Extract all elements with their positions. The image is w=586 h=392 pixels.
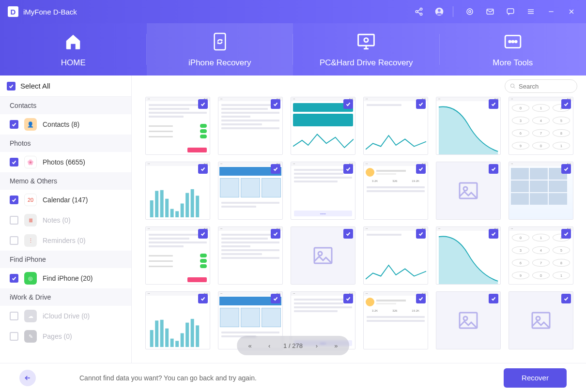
svg-point-0 [420,8,422,11]
next-page-button[interactable]: › [311,340,322,351]
tab-label: HOME [61,58,86,68]
photo-thumbnail[interactable]: •••◧◪━━━ [291,162,355,220]
last-page-button[interactable]: » [331,340,341,351]
thumbnail-checkbox[interactable] [416,229,426,239]
sidebar-item[interactable]: 👤Contacts (8) [0,114,131,135]
photo-thumbnail[interactable]: •••◧◪ [363,97,428,155]
thumbnail-checkbox[interactable] [561,164,571,174]
checkbox[interactable] [10,274,18,283]
category-icon: 👤 [24,118,37,131]
svg-point-55 [536,317,540,320]
prev-page-button[interactable]: ‹ [264,340,275,351]
title-bar: D iMyFone D-Back [0,0,586,23]
thumbnail-checkbox[interactable] [271,164,280,174]
photo-thumbnail[interactable]: •••◧◪3.2K32619.2K [363,162,428,220]
photo-thumbnail[interactable] [436,162,501,220]
first-page-button[interactable]: « [245,340,255,351]
mail-icon[interactable] [483,5,497,18]
checkbox[interactable] [10,196,18,204]
select-all-row[interactable]: Select All [0,75,131,97]
photo-thumbnail[interactable]: •••◧◪012345678901 [509,226,573,285]
thumbnail-checkbox[interactable] [198,294,208,303]
thumbnail-checkbox[interactable] [489,229,498,239]
feedback-icon[interactable] [504,5,517,18]
thumbnail-checkbox[interactable] [416,99,426,109]
svg-rect-33 [175,211,179,217]
checkbox[interactable] [10,332,18,341]
tab-more-tools[interactable]: More Tools [440,23,586,75]
select-all-checkbox[interactable] [7,82,15,90]
search-input[interactable] [519,83,572,90]
thumbnail-checkbox[interactable] [343,294,353,303]
checkbox[interactable] [10,216,18,225]
photo-thumbnail[interactable] [291,226,355,285]
photo-thumbnail[interactable]: •••◧◪ [145,162,210,220]
thumbnail-checkbox[interactable] [561,229,571,239]
minimize-icon[interactable] [544,5,558,18]
sidebar-group-header: iWork & Drive [0,288,131,306]
thumbnail-checkbox[interactable] [489,164,498,174]
settings-icon[interactable] [463,5,477,18]
search-box[interactable] [505,79,577,93]
svg-point-26 [511,84,514,87]
thumbnail-checkbox[interactable] [271,229,280,239]
thumbnail-checkbox[interactable] [343,229,353,239]
thumbnail-checkbox[interactable] [489,294,498,303]
thumbnail-checkbox[interactable] [343,99,353,109]
tab-home[interactable]: HOME [0,23,147,75]
sidebar-item[interactable]: ≣Notes (0) [0,210,131,230]
photo-thumbnail[interactable]: •••◧◪3.2K32619.2K [363,291,428,349]
thumbnail-checkbox[interactable] [561,294,571,303]
photo-thumbnail[interactable]: •••◧◪ [436,226,501,285]
photo-thumbnail[interactable]: •••◧◪ [218,226,283,285]
sidebar-item[interactable]: ☁iCloud Drive (0) [0,306,131,326]
menu-icon[interactable] [524,5,538,18]
sidebar-item[interactable]: 20Calendar (147) [0,190,131,210]
thumbnail-checkbox[interactable] [198,164,208,174]
checkbox[interactable] [10,312,18,320]
photo-thumbnail[interactable]: •••◧◪012345678901 [509,97,573,155]
svg-point-8 [469,11,471,13]
thumbnail-checkbox[interactable] [561,99,571,109]
sidebar-item[interactable]: ✎Pages (0) [0,326,131,347]
thumbnail-checkbox[interactable] [343,164,353,174]
photo-thumbnail[interactable] [436,291,501,349]
back-button[interactable] [19,370,36,386]
checkbox[interactable] [10,236,18,245]
sidebar-item[interactable]: 🌸Photos (6655) [0,152,131,172]
photo-thumbnail[interactable]: •••◧◪ [436,97,501,155]
thumbnail-checkbox[interactable] [198,99,208,109]
share-icon[interactable] [412,5,426,18]
account-icon[interactable] [432,5,446,18]
svg-point-2 [420,13,422,15]
thumbnail-checkbox[interactable] [271,294,280,303]
sidebar-item[interactable]: ⋮Reminders (0) [0,230,131,251]
svg-rect-51 [196,325,199,347]
close-icon[interactable] [565,5,578,18]
svg-point-7 [467,9,473,15]
photo-thumbnail[interactable]: •••◧◪ [145,97,210,155]
photo-thumbnail[interactable]: •••◧◪ [218,162,283,220]
photo-thumbnail[interactable]: •••◧◪ [218,97,283,155]
svg-point-6 [438,9,441,12]
thumbnail-checkbox[interactable] [271,99,280,109]
thumbnail-checkbox[interactable] [198,229,208,239]
photo-thumbnail[interactable]: •••◧◪ [145,291,210,349]
checkbox[interactable] [10,158,18,166]
photo-thumbnail[interactable]: •••◧◪ [509,162,573,220]
sidebar-item[interactable]: ◎Find iPhone (20) [0,268,131,288]
photo-thumbnail[interactable]: •••◧◪ [363,226,428,285]
photo-thumbnail[interactable]: •••◧◪ [291,97,355,155]
thumbnail-checkbox[interactable] [489,99,498,109]
main-nav: HOME iPhone Recovery PC&Hard Drive Recov… [0,23,586,75]
photo-thumbnail[interactable]: •••◧◪ [145,226,210,285]
thumbnail-checkbox[interactable] [416,294,426,303]
thumbnail-checkbox[interactable] [416,164,426,174]
tab-pc-recovery[interactable]: PC&Hard Drive Recovery [293,23,440,75]
recover-button[interactable]: Recover [504,368,567,388]
tab-iphone-recovery[interactable]: iPhone Recovery [147,23,293,75]
svg-point-41 [318,252,322,256]
app-title: iMyFone D-Back [23,8,77,16]
checkbox[interactable] [10,120,18,129]
photo-thumbnail[interactable] [509,291,573,349]
